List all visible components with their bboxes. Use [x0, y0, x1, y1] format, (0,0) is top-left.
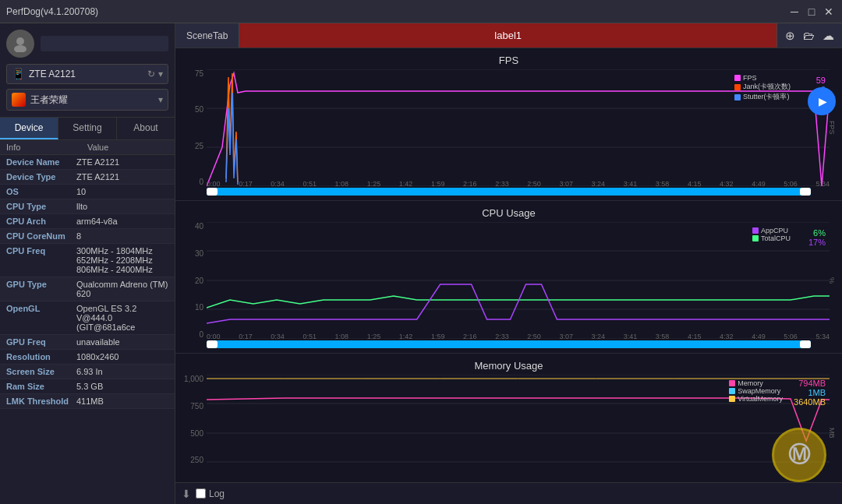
fps-y-axis: 75 50 25 0 — [182, 69, 207, 186]
info-key: CPU Arch — [6, 217, 76, 226]
minimize-button[interactable]: ─ — [787, 5, 801, 19]
info-row: Screen Size6.93 In — [0, 365, 175, 379]
info-key: CPU CoreNum — [6, 231, 76, 241]
memory-chart-container: 1,000 750 500 250 0 — [175, 375, 842, 482]
down-arrow-icon[interactable]: ⬇ — [182, 488, 191, 500]
fps-legend-stutter-label: Stutter(卡顿率) — [743, 92, 790, 102]
app-dropdown-arrow: ▾ — [158, 94, 163, 105]
info-row: Resolution1080x2460 — [0, 350, 175, 365]
tab-setting[interactable]: Setting — [58, 118, 117, 139]
fps-chart-inner: 59 0 FPS Jank(卡顿次数) — [207, 69, 830, 186]
info-row: OpenGLOpenGL ES 3.2 V@444.0 (GIT@681a6ce — [0, 301, 175, 335]
memory-y-label: MB — [830, 375, 836, 482]
fps-legend-jank-label: Jank(卡顿次数) — [743, 82, 791, 92]
right-panel: SceneTab label1 ⊕ 🗁 ☁ FPS 75 50 25 — [175, 23, 842, 504]
info-key: Device Type — [6, 172, 76, 182]
svg-point-0 — [16, 37, 24, 45]
play-button[interactable] — [808, 87, 836, 115]
cpu-x-axis: 0:000:170:340:511:081:251:421:592:162:33… — [207, 333, 830, 340]
col-value-header: Value — [87, 143, 168, 152]
cpu-scrollbar-left[interactable] — [207, 340, 218, 348]
mem-legend-swap: SwapMemory — [729, 387, 783, 395]
info-row: Device NameZTE A2121 — [0, 155, 175, 170]
col-info-header: Info — [6, 143, 87, 152]
info-key: OpenGL — [6, 304, 76, 332]
mem-legend-memory-label: Memory — [738, 379, 763, 387]
info-val: OpenGL ES 3.2 V@444.0 (GIT@681a6ce — [76, 304, 168, 332]
info-val: llto — [76, 202, 168, 211]
info-val: 5.3 GB — [76, 382, 168, 391]
mem-value-2: 1MB — [794, 388, 826, 397]
info-row: CPU CoreNum8 — [0, 229, 175, 244]
log-checkbox[interactable] — [196, 488, 206, 499]
svg-point-1 — [14, 45, 27, 52]
close-button[interactable]: ✕ — [822, 5, 836, 19]
info-key: Screen Size — [6, 367, 76, 376]
app-selector[interactable]: 王者荣耀 ▾ — [6, 89, 168, 111]
info-val: 8 — [76, 231, 168, 241]
cpu-values: 6% 17% — [808, 228, 826, 247]
memory-legend: Memory SwapMemory VirtualMemory — [729, 379, 783, 403]
log-checkbox-row: Log — [196, 488, 225, 499]
fps-legend-fps-label: FPS — [743, 74, 757, 82]
mem-legend-virtual-dot — [729, 396, 735, 402]
app-icon — [12, 93, 26, 107]
scene-tab[interactable]: SceneTab — [175, 23, 239, 48]
refresh-icon[interactable]: ↻ — [147, 69, 155, 79]
info-val: Qualcomm Adreno (TM) 620 — [76, 280, 168, 298]
maximize-button[interactable]: □ — [805, 5, 819, 19]
cpu-legend-total-label: TotalCPU — [761, 234, 791, 242]
tab-device[interactable]: Device — [0, 118, 58, 139]
avatar-name-placeholder — [41, 36, 168, 51]
cpu-legend-total-dot — [752, 235, 759, 241]
info-row: CPU Typellto — [0, 199, 175, 214]
info-key: GPU Type — [6, 280, 76, 298]
info-key: CPU Freq — [6, 246, 76, 274]
info-table: Info Value Device NameZTE A2121Device Ty… — [0, 140, 175, 504]
watermark: Ⓜ — [772, 428, 826, 482]
fps-legend-fps-dot — [734, 75, 741, 81]
fps-legend-fps: FPS — [734, 74, 791, 82]
avatar-row — [6, 30, 168, 58]
mem-legend-memory: Memory — [729, 379, 783, 387]
fps-legend: FPS Jank(卡顿次数) Stutter(卡顿率) — [734, 74, 791, 102]
info-row: CPU Archarm64-v8a — [0, 214, 175, 229]
memory-values: 794MB 1MB 3640MB — [794, 379, 826, 407]
info-row: CPU Freq300MHz - 1804MHz 652MHz - 2208MH… — [0, 244, 175, 277]
cpu-y-axis: 40 30 20 10 0 — [182, 222, 207, 339]
mem-legend-virtual-label: VirtualMemory — [738, 395, 783, 403]
memory-y-axis: 1,000 750 500 250 0 — [182, 375, 207, 482]
log-label: Log — [209, 488, 225, 499]
fps-legend-jank: Jank(卡顿次数) — [734, 82, 791, 92]
fps-scrollbar[interactable] — [207, 188, 811, 196]
cpu-legend-app: AppCPU — [752, 227, 791, 234]
cpu-scrollbar[interactable] — [207, 340, 811, 348]
info-table-header: Info Value — [0, 140, 175, 155]
info-key: GPU Freq — [6, 337, 76, 347]
tab-about[interactable]: About — [117, 118, 175, 139]
fps-scrollbar-right[interactable] — [800, 188, 811, 196]
cpu-legend: AppCPU TotalCPU — [752, 227, 791, 242]
info-key: OS — [6, 187, 76, 196]
mem-legend-swap-dot — [729, 388, 735, 394]
cpu-scrollbar-right[interactable] — [800, 340, 811, 348]
mem-value-3: 3640MB — [794, 397, 826, 407]
folder-icon[interactable]: 🗁 — [803, 29, 815, 42]
fps-scrollbar-left[interactable] — [207, 188, 218, 196]
info-row: Device TypeZTE A2121 — [0, 170, 175, 185]
info-key: Ram Size — [6, 382, 76, 391]
cloud-icon[interactable]: ☁ — [823, 29, 834, 43]
location-icon[interactable]: ⊕ — [785, 29, 795, 43]
top-bar-icons: ⊕ 🗁 ☁ — [777, 23, 842, 48]
device-label: ZTE A2121 — [29, 69, 147, 79]
info-val: ZTE A2121 — [76, 157, 168, 167]
cpu-chart-title: CPU Usage — [175, 207, 842, 219]
fps-legend-stutter-dot — [734, 94, 741, 100]
info-key: LMK Threshold — [6, 397, 76, 406]
fps-chart-title: FPS — [175, 55, 842, 66]
fps-value-1: 59 — [816, 76, 826, 85]
cpu-legend-total: TotalCPU — [752, 234, 791, 242]
device-selector[interactable]: 📱 ZTE A2121 ↻ ▾ — [6, 64, 168, 84]
info-val: 411MB — [76, 397, 168, 406]
cpu-chart-svg — [207, 222, 830, 339]
